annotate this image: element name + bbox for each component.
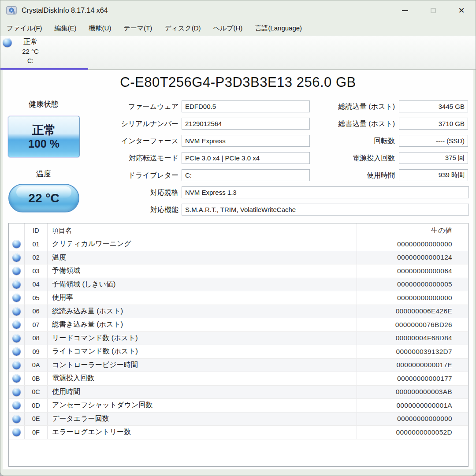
disk-tab-drive-letter: C:	[27, 56, 33, 65]
selected-disk-underline	[0, 68, 88, 70]
smart-row-name: リードコマンド数 (ホスト)	[48, 332, 357, 345]
row-status-orb-icon	[9, 278, 25, 291]
smart-row-id: 03	[25, 264, 48, 278]
smart-row[interactable]: 0Dアンセーフシャットダウン回数0000000000001A	[9, 399, 468, 413]
smart-row[interactable]: 03予備領域00000000000064	[9, 264, 468, 278]
smart-row[interactable]: 0Eデータエラー回数00000000000000	[9, 413, 468, 426]
field-value-power-on-count: 375 回	[399, 152, 468, 164]
menu-help[interactable]: ヘルプ(H)	[213, 24, 242, 33]
smart-row-name: 予備領域	[48, 264, 357, 278]
smart-row[interactable]: 01クリティカルワーニング00000000000000	[9, 238, 468, 251]
field-value-serial: 2129012564	[182, 118, 310, 130]
health-section-label: 健康状態	[7, 99, 80, 109]
smart-row-id: 07	[25, 318, 48, 331]
minimize-button[interactable]	[391, 0, 419, 21]
smart-row-raw-value: 00000004F68D84	[357, 332, 468, 345]
smart-row[interactable]: 0B電源投入回数00000000000177	[9, 372, 468, 386]
smart-row-raw-value: 00000000000000	[357, 238, 468, 251]
row-status-orb-icon	[9, 291, 25, 305]
smart-row-id: 0E	[25, 413, 48, 426]
app-window: CrystalDiskInfo 8.17.14 x64 ✕ ファイル(F) 編集…	[0, 0, 476, 476]
smart-row-name: エラーログエントリー数	[48, 426, 357, 439]
smart-row-raw-value: 0000000000017E	[357, 359, 468, 372]
app-icon	[6, 5, 17, 16]
field-value-firmware: EDFD00.5	[182, 100, 310, 112]
menu-function[interactable]: 機能(U)	[89, 24, 112, 33]
smart-row-id: 06	[25, 305, 48, 318]
smart-row[interactable]: 08リードコマンド数 (ホスト)00000004F68D84	[9, 332, 468, 346]
title-bar[interactable]: CrystalDiskInfo 8.17.14 x64 ✕	[0, 0, 476, 21]
menu-disk[interactable]: ディスク(D)	[164, 24, 201, 33]
smart-row-id: 0F	[25, 426, 48, 439]
maximize-button[interactable]	[419, 0, 447, 21]
field-value-interface: NVM Express	[182, 135, 310, 147]
smart-row[interactable]: 0C使用時間000000000003AB	[9, 386, 468, 399]
field-value-features: S.M.A.R.T., TRIM, VolatileWriteCache	[182, 204, 469, 216]
smart-row[interactable]: 06総読み込み量 (ホスト)000000006E426E	[9, 305, 468, 319]
field-label-host-reads: 総読込量 (ホスト)	[338, 100, 395, 112]
field-label-features: 対応機能	[150, 204, 178, 216]
row-status-orb-icon	[9, 372, 25, 385]
smart-row-raw-value: 00000000000064	[357, 264, 468, 278]
row-status-orb-icon	[9, 305, 25, 318]
smart-table-header: ID 項目名 生の値	[9, 223, 468, 238]
disk-tab-status: 正常	[23, 37, 37, 47]
smart-row-name: 使用時間	[48, 386, 357, 399]
smart-header-name: 項目名	[48, 223, 357, 238]
menu-bar: ファイル(F) 編集(E) 機能(U) テーマ(T) ディスク(D) ヘルプ(H…	[0, 21, 476, 36]
smart-row[interactable]: 0Aコントローラービジー時間0000000000017E	[9, 359, 468, 372]
menu-theme[interactable]: テーマ(T)	[123, 24, 152, 33]
menu-file[interactable]: ファイル(F)	[7, 24, 42, 33]
temperature-value: 22 °C	[28, 191, 59, 205]
disk-tab-c[interactable]: 正常 22 °C C:	[0, 36, 89, 69]
menu-language[interactable]: 言語(Language)	[255, 24, 302, 33]
smart-row-raw-value: 000000006E426E	[357, 305, 468, 318]
row-status-orb-icon	[9, 251, 25, 264]
minimize-icon	[402, 10, 408, 11]
smart-header-raw: 生の値	[357, 223, 468, 238]
smart-row[interactable]: 02温度00000000000124	[9, 251, 468, 265]
smart-row-raw-value: 0000000000052D	[357, 426, 468, 439]
window-title: CrystalDiskInfo 8.17.14 x64	[22, 7, 108, 15]
smart-row-id: 08	[25, 332, 48, 345]
health-percent-value: 100 %	[28, 137, 60, 150]
smart-row[interactable]: 0Fエラーログエントリー数0000000000052D	[9, 426, 468, 439]
smart-row[interactable]: 04予備領域 (しきい値)00000000000005	[9, 278, 468, 292]
smart-table-body: 01クリティカルワーニング0000000000000002温度000000000…	[9, 238, 468, 439]
smart-row-name: ライトコマンド数 (ホスト)	[48, 345, 357, 358]
row-status-orb-icon	[9, 426, 25, 439]
smart-row-raw-value: 00000000000000	[357, 291, 468, 305]
disk-selector-bar: 正常 22 °C C:	[0, 36, 476, 70]
field-value-standard: NVM Express 1.3	[182, 186, 469, 198]
smart-row-raw-value: 00000000000005	[357, 278, 468, 291]
health-status-button[interactable]: 正常 100 %	[8, 116, 80, 157]
row-status-orb-icon	[9, 359, 25, 372]
smart-row[interactable]: 07総書き込み量 (ホスト)0000000076BD26	[9, 318, 468, 332]
disk-tab-temperature: 22 °C	[22, 47, 39, 56]
field-label-host-writes: 総書込量 (ホスト)	[338, 118, 395, 130]
temperature-section-label: 温度	[7, 169, 80, 179]
close-button[interactable]: ✕	[447, 0, 476, 21]
smart-row-raw-value: 0000000000001A	[357, 399, 468, 412]
smart-row-id: 05	[25, 291, 48, 305]
smart-row-raw-value: 000000039132D7	[357, 345, 468, 358]
field-label-serial: シリアルナンバー	[121, 118, 178, 130]
smart-row-id: 09	[25, 345, 48, 358]
temperature-button[interactable]: 22 °C	[8, 184, 79, 212]
health-status-value: 正常	[32, 123, 56, 137]
row-status-orb-icon	[9, 264, 25, 278]
field-value-power-on-hours: 939 時間	[399, 169, 468, 181]
smart-row-name: 電源投入回数	[48, 372, 357, 385]
field-label-interface: インターフェース	[121, 135, 178, 147]
smart-row-id: 01	[25, 238, 48, 251]
smart-header-status-col	[9, 223, 25, 238]
field-value-transfer-mode: PCIe 3.0 x4 | PCIe 3.0 x4	[182, 152, 310, 164]
close-icon: ✕	[458, 6, 465, 15]
smart-row-raw-value: 000000000003AB	[357, 386, 468, 399]
menu-edit[interactable]: 編集(E)	[55, 24, 77, 33]
smart-row-name: 温度	[48, 251, 357, 264]
smart-row[interactable]: 05使用率00000000000000	[9, 291, 468, 305]
smart-row-name: クリティカルワーニング	[48, 238, 357, 251]
field-label-transfer-mode: 対応転送モード	[129, 152, 178, 164]
smart-row[interactable]: 09ライトコマンド数 (ホスト)000000039132D7	[9, 345, 468, 359]
